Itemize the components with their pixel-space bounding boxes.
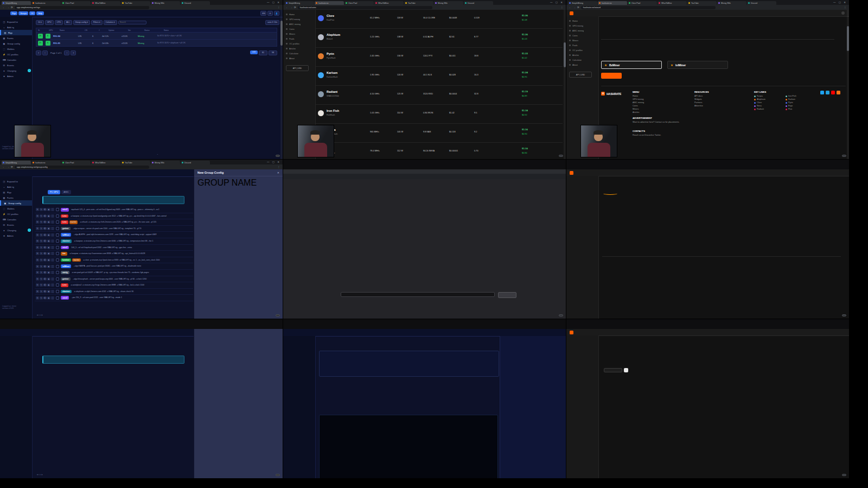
sidebar-item-admin[interactable]: ★Admin	[0, 73, 32, 79]
copy-icon[interactable]: ⧉	[36, 283, 39, 287]
sm-header-icon-button[interactable]: EN	[260, 11, 266, 16]
gc-row-checkbox[interactable]	[56, 265, 59, 268]
coin-row[interactable]: AlephiumBlake31.21 GH/s138 W0.52 ALPH$2.…	[316, 29, 563, 48]
gc-row-checkbox[interactable]	[56, 258, 59, 262]
run-icon[interactable]: ▶	[47, 265, 50, 268]
api-currency-badge[interactable]: API | USD	[286, 65, 309, 71]
hr-sidebar-item-articles[interactable]: Articles	[566, 53, 598, 58]
run-icon[interactable]: ▶	[47, 271, 50, 274]
copy-icon[interactable]: ⧉	[36, 258, 39, 262]
sm-nav-button[interactable]: Help	[36, 11, 43, 15]
hr-sidebar-item-asic-mining[interactable]: ASIC mining	[566, 28, 598, 33]
forward-icon[interactable]: →	[7, 166, 10, 168]
social-icon[interactable]	[826, 91, 829, 94]
hr-sidebar-item-coins[interactable]: Coins	[283, 27, 315, 31]
hashrate-logo-icon[interactable]	[570, 11, 573, 15]
browser-tab[interactable]: WhatToMine	[374, 1, 404, 5]
forward-icon[interactable]: →	[290, 6, 293, 9]
run-icon[interactable]: ▶	[47, 239, 50, 243]
sidebar-item-add-rig[interactable]: +Add rig	[0, 24, 32, 30]
gc-row-checkbox[interactable]	[56, 239, 59, 243]
edit-icon[interactable]: ✎	[40, 214, 43, 218]
run-icon[interactable]: ▶	[47, 252, 50, 255]
page-nav-button[interactable]: ›	[64, 50, 69, 55]
cookies-badge[interactable]	[559, 314, 563, 316]
sm-nav-button[interactable]: Rigs	[10, 11, 17, 15]
rig-row[interactable]: 266RIG-84LIN64d 12hv1526Mining6x RTX 307…	[36, 33, 277, 40]
more-icon[interactable]: ⋮	[51, 252, 54, 255]
delete-icon[interactable]: ⌦	[43, 258, 47, 262]
gc-row[interactable]: ⧉✎⌦▶⋮gminer--algo kheavyhash --server po…	[35, 276, 193, 283]
footer-resources-link[interactable]: Partners	[694, 102, 702, 104]
browser-tab[interactable]: SimpleMining	[568, 1, 597, 5]
delete-icon[interactable]: ⌦	[43, 290, 47, 293]
footer-resources-link[interactable]: Advertise	[694, 105, 703, 107]
browser-tab[interactable]: SimpleMining	[2, 1, 31, 5]
scrollbar-thumb[interactable]	[564, 42, 566, 67]
toolbar-button[interactable]: GPU	[45, 20, 54, 25]
footer-keylink[interactable]: Ergo	[786, 105, 793, 107]
edit-icon[interactable]: ✎	[40, 290, 43, 293]
browser-menu-icon[interactable]: ⋮	[278, 6, 280, 9]
toolbar-button[interactable]: 10 ▾	[36, 20, 44, 25]
amazon-link[interactable]	[602, 193, 617, 195]
hr-sidebar-item-articles[interactable]: Articles	[283, 46, 315, 51]
browser-tab[interactable]: hashrate.no	[31, 1, 61, 5]
gc-segment-pc-gpu[interactable]: PC GPU	[48, 190, 60, 194]
coin-row[interactable]: NexaNexaPow78.4 MH/s112 W84.2k NEXA$0.00…	[316, 143, 563, 159]
delete-icon[interactable]: ⌦	[43, 208, 47, 211]
auto-refresh-button[interactable]: auto ⟳ 10s	[265, 20, 279, 25]
footer-keylink[interactable]: Clore	[754, 102, 762, 104]
page-size-button[interactable]: 81	[259, 50, 267, 55]
delete-icon[interactable]: ⌦	[43, 246, 47, 249]
toolbar-button[interactable]: ALL	[64, 20, 72, 25]
api-currency-badge[interactable]: API | USD	[569, 72, 592, 78]
browser-tab[interactable]: Mining Wiki	[151, 161, 180, 164]
browser-tab[interactable]: Discord	[181, 161, 210, 164]
footer-menu-link[interactable]: GPU mining	[633, 98, 643, 100]
gc-row[interactable]: ⧉✎⌦▶⋮trm-a kawpow -o stratum+tcp://raven…	[35, 251, 193, 257]
browser-menu-icon[interactable]: ⋮	[844, 6, 847, 9]
sidebar-item-oc-profiles[interactable]: ⚡OC profiles	[0, 211, 32, 217]
browser-tab[interactable]: Discord	[747, 1, 776, 5]
edit-icon[interactable]: ✎	[40, 246, 43, 249]
cookies-badge[interactable]	[276, 155, 280, 157]
run-icon[interactable]: ▶	[47, 227, 50, 230]
sm-nav-button[interactable]: Groups	[18, 11, 28, 15]
edit-icon[interactable]: ✎	[40, 252, 43, 255]
rigs-search-input[interactable]	[118, 21, 146, 24]
browser-tab[interactable]: Discord	[181, 1, 210, 5]
copy-icon[interactable]: ⧉	[36, 271, 39, 274]
copy-icon[interactable]: ⧉	[36, 252, 39, 255]
back-icon[interactable]: ←	[286, 6, 289, 9]
footer-resources-link[interactable]: API docs	[694, 95, 703, 97]
window-controls[interactable]: — ▢ ✕	[548, 1, 566, 4]
footer-menu-link[interactable]: Home	[633, 95, 638, 97]
gc-row-checkbox[interactable]	[56, 277, 59, 281]
scrollbar[interactable]	[280, 10, 283, 159]
page-size-button[interactable]: 172	[250, 50, 258, 54]
window-controls[interactable]: — ▢ ✕	[265, 161, 283, 163]
hr-sidebar-item-about[interactable]: About	[283, 56, 315, 61]
run-icon[interactable]: ▶	[47, 277, 50, 281]
copy-icon[interactable]: ⧉	[36, 277, 39, 281]
footer-keylink[interactable]: Pyrin	[786, 102, 793, 104]
hr-sidebar-item-home[interactable]: Home	[566, 18, 598, 23]
edit-icon[interactable]: ✎	[40, 283, 43, 287]
social-icon[interactable]	[820, 91, 824, 94]
copy-icon[interactable]: ⧉	[36, 208, 39, 211]
delete-icon[interactable]: ⌦	[43, 265, 47, 268]
hr-sidebar-item-calculator[interactable]: Calculator	[283, 51, 315, 56]
edit-icon[interactable]: ✎	[40, 227, 43, 230]
gc-row-checkbox[interactable]	[56, 227, 59, 230]
cookies-badge[interactable]	[842, 155, 846, 157]
gc-row[interactable]: ⧉✎⌦▶⋮t-rex-a autolykos2 -o stratum+tcp:/…	[35, 282, 193, 289]
run-icon[interactable]: ▶	[47, 246, 50, 249]
page-nav-button[interactable]: ‹	[42, 50, 48, 55]
more-icon[interactable]: ⋮	[51, 283, 54, 287]
more-icon[interactable]: ⋮	[51, 277, 54, 281]
scrollbar[interactable]	[564, 10, 566, 159]
browser-tab[interactable]: YouTube	[404, 1, 433, 5]
gc-row-checkbox[interactable]	[56, 290, 59, 293]
asic-sort-dropdown[interactable]	[624, 368, 628, 372]
